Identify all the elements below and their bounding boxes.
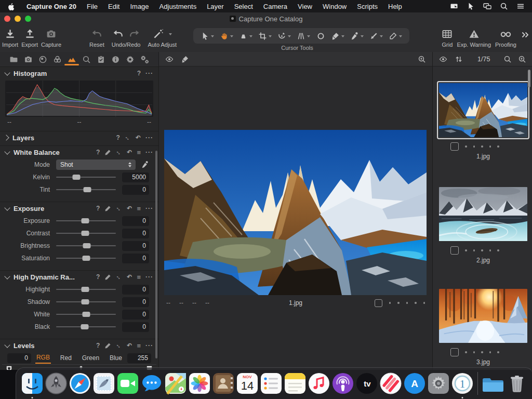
- menu-item-help[interactable]: Help: [383, 3, 407, 10]
- levels-max-value[interactable]: 255: [127, 353, 151, 363]
- dock-icon-maps[interactable]: [164, 372, 187, 395]
- expand-chevron[interactable]: [3, 135, 9, 140]
- displays-icon[interactable]: [483, 2, 491, 10]
- proofing-button[interactable]: Proofing: [495, 25, 516, 48]
- tool-dropdown-caret[interactable]: [341, 35, 344, 37]
- dock-icon-calendar[interactable]: NOV14: [236, 372, 259, 395]
- thumbnail-photo[interactable]: [439, 83, 527, 137]
- dock-icon-tv[interactable]: tv: [355, 372, 378, 395]
- black-value[interactable]: 0: [122, 322, 149, 332]
- highlight-value[interactable]: 0: [122, 285, 149, 295]
- shadow-value[interactable]: 0: [122, 297, 149, 307]
- auto-adjust-button[interactable]: Auto Adjust: [148, 25, 177, 48]
- edit-pen-icon[interactable]: [104, 149, 111, 156]
- rating-dot[interactable]: [389, 302, 391, 304]
- dock-icon-safari[interactable]: [69, 372, 91, 395]
- more-options-icon[interactable]: ···: [145, 149, 153, 156]
- presets-menu-icon[interactable]: ≡: [137, 273, 141, 281]
- shadow-slider[interactable]: [56, 301, 116, 303]
- capture-button[interactable]: Capture: [41, 25, 61, 48]
- saturation-value[interactable]: 0: [122, 254, 149, 263]
- color-tag-checkbox[interactable]: [375, 299, 382, 307]
- rating-dot[interactable]: [489, 351, 491, 353]
- highlight-slider[interactable]: [56, 289, 116, 290]
- eye-icon[interactable]: [439, 55, 447, 63]
- more-options-icon[interactable]: ···: [145, 205, 153, 212]
- rating-dot[interactable]: [489, 249, 491, 251]
- rating-dot[interactable]: [397, 302, 400, 304]
- rating-dot[interactable]: [465, 145, 467, 148]
- sidebar-scrollbar[interactable]: [155, 151, 157, 358]
- reset-panel-icon[interactable]: ↶: [127, 273, 132, 281]
- edit-pen-icon[interactable]: [104, 274, 111, 281]
- detach-panel-icon[interactable]: ↔: [114, 272, 124, 282]
- menu-item-view[interactable]: View: [292, 3, 317, 10]
- color-tag-checkbox[interactable]: [450, 142, 459, 151]
- levels-channel-rgb[interactable]: RGB: [35, 352, 51, 364]
- dock-icon-app-store[interactable]: A: [403, 372, 426, 395]
- dock-icon-music[interactable]: [308, 372, 330, 395]
- dock-icon-system-preferences[interactable]: [427, 372, 450, 395]
- rating-dot[interactable]: [473, 145, 475, 148]
- contrast-slider[interactable]: [56, 233, 116, 234]
- spotlight-icon[interactable]: [500, 2, 508, 10]
- rating-dot[interactable]: [473, 351, 475, 353]
- grid-toggle-button[interactable]: Grid: [442, 25, 453, 48]
- tool-dropdown-caret[interactable]: [249, 35, 252, 37]
- help-icon[interactable]: ?: [96, 205, 100, 212]
- rating-dot[interactable]: [489, 145, 491, 148]
- exposure-warning-button[interactable]: Exp. Warning: [457, 25, 491, 48]
- help-icon[interactable]: ?: [96, 149, 100, 156]
- menu-item-adjustments[interactable]: Adjustments: [154, 3, 202, 10]
- reset-panel-icon[interactable]: ↶: [136, 134, 141, 141]
- dock-icon-launchpad[interactable]: [45, 372, 68, 395]
- dock-icon-notes[interactable]: [284, 372, 307, 395]
- tint-slider[interactable]: [56, 189, 116, 191]
- exposure-value[interactable]: 0: [122, 216, 149, 226]
- tool-tab-output[interactable]: [125, 54, 136, 65]
- tool-tab-adjustments[interactable]: [96, 54, 107, 65]
- rating-dot[interactable]: [497, 351, 499, 353]
- collapse-chevron[interactable]: [4, 70, 10, 75]
- import-button[interactable]: Import: [2, 25, 18, 48]
- rating-dot[interactable]: [481, 145, 483, 148]
- dock-icon-downloads-folder[interactable]: [482, 372, 504, 395]
- brush-icon[interactable]: [181, 55, 189, 63]
- menu-item-window[interactable]: Window: [317, 3, 352, 10]
- cursor-tool-rotate[interactable]: [277, 32, 291, 41]
- collapse-chevron[interactable]: [4, 273, 10, 279]
- detach-panel-icon[interactable]: ↔: [114, 204, 124, 213]
- thumbnail-item[interactable]: 3.jpg: [437, 287, 529, 366]
- menu-item-image[interactable]: Image: [125, 3, 154, 10]
- menu-app-name[interactable]: Capture One 20: [21, 3, 82, 10]
- dock-icon-contacts[interactable]: [212, 372, 235, 395]
- rating-dot[interactable]: [406, 302, 408, 304]
- color-tag-checkbox[interactable]: [450, 348, 459, 356]
- thumbnail-item[interactable]: 1.jpg: [437, 81, 529, 160]
- eye-icon[interactable]: [165, 55, 174, 63]
- help-icon[interactable]: ?: [116, 134, 120, 141]
- more-options-icon[interactable]: ···: [145, 70, 153, 77]
- brightness-slider[interactable]: [56, 245, 116, 247]
- cursor-tool-pick-color[interactable]: [350, 32, 364, 41]
- rating-dot[interactable]: [497, 249, 499, 251]
- detach-panel-icon[interactable]: ↔: [123, 133, 132, 142]
- help-icon[interactable]: ?: [96, 342, 100, 349]
- zoom-plus-icon[interactable]: [418, 55, 426, 63]
- sort-icon[interactable]: [455, 55, 463, 63]
- dock-icon-podcasts[interactable]: [331, 372, 354, 395]
- cursor-tool-draw-mask[interactable]: [331, 32, 344, 41]
- kelvin-value[interactable]: 5000: [122, 172, 149, 182]
- edit-pen-icon[interactable]: [104, 342, 111, 349]
- rating-dot[interactable]: [465, 249, 467, 251]
- reset-button[interactable]: Reset: [89, 25, 104, 48]
- tool-dropdown-caret[interactable]: [380, 35, 383, 37]
- menu-item-camera[interactable]: Camera: [258, 3, 292, 10]
- contrast-value[interactable]: 0: [122, 229, 149, 238]
- presets-menu-icon[interactable]: ≡: [137, 342, 141, 350]
- kelvin-slider[interactable]: [56, 177, 116, 178]
- search-icon[interactable]: [503, 55, 512, 63]
- tint-value[interactable]: 0: [122, 185, 149, 195]
- dock-icon-finder[interactable]: [21, 372, 44, 395]
- tool-dropdown-caret[interactable]: [211, 35, 214, 37]
